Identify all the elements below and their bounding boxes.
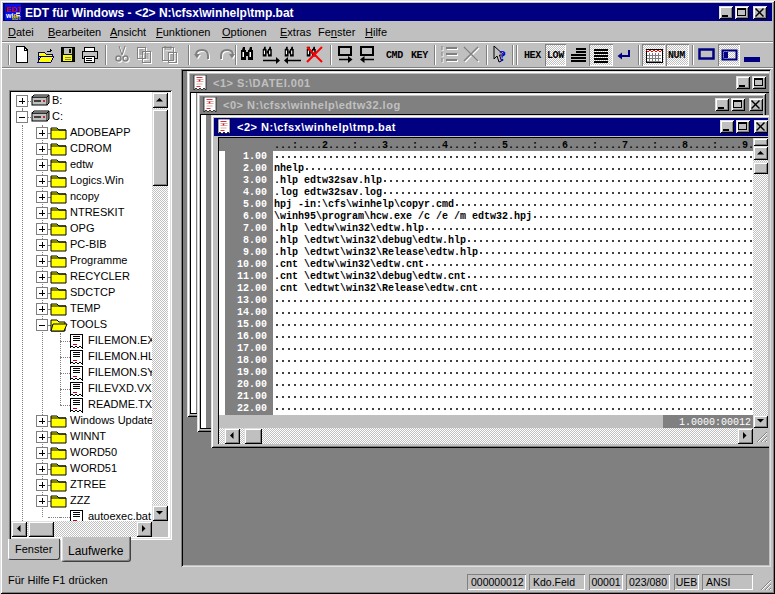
svg-text:?: ?: [499, 49, 506, 63]
svg-text:EDT: EDT: [12, 16, 21, 20]
